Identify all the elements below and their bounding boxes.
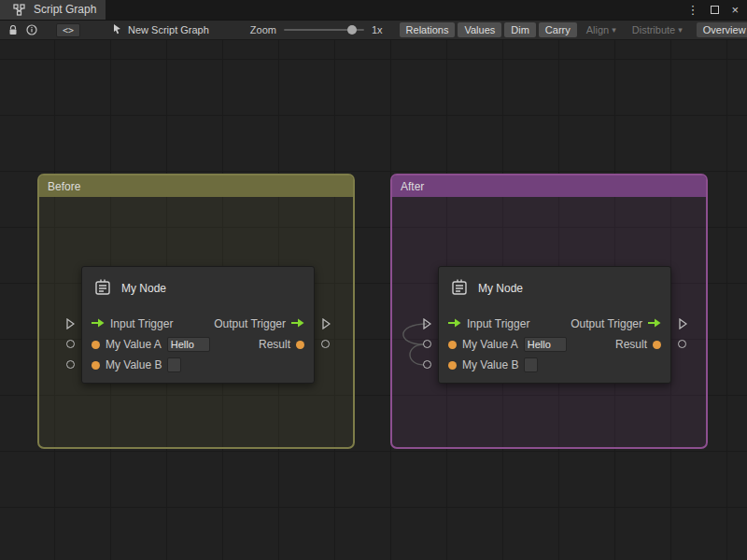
values-button[interactable]: Values xyxy=(458,22,501,37)
row-value-a: My Value A Result xyxy=(439,334,670,355)
window-controls: ⋮ × xyxy=(678,0,747,20)
value-b-port-icon[interactable] xyxy=(448,361,457,370)
group-after-title: After xyxy=(401,180,424,193)
external-value-port-icon[interactable] xyxy=(66,360,75,369)
value-a-port-icon[interactable] xyxy=(92,341,100,349)
node-ports: Input Trigger Output Trigger My Value A … xyxy=(82,310,314,383)
value-b-input[interactable] xyxy=(167,357,181,372)
output-trigger-label: Output Trigger xyxy=(214,317,286,330)
output-trigger-label: Output Trigger xyxy=(571,317,642,330)
value-b-input[interactable] xyxy=(524,357,538,372)
overview-button[interactable]: Overview xyxy=(697,22,747,37)
output-trigger-port-icon[interactable] xyxy=(648,317,661,330)
row-trigger: Input Trigger Output Trigger xyxy=(439,314,670,334)
close-icon[interactable]: × xyxy=(731,4,739,16)
result-label: Result xyxy=(259,338,290,351)
script-graph-icon xyxy=(9,0,28,19)
node-my-node-after[interactable]: My Node Input Trigger Output Trigger My … xyxy=(438,266,671,384)
group-before[interactable]: Before My Node Input Trigger Output Trig… xyxy=(37,174,355,449)
external-value-port-icon[interactable] xyxy=(423,340,431,348)
node-title: My Node xyxy=(478,282,523,295)
value-b-label: My Value B xyxy=(106,358,162,371)
result-port-icon[interactable] xyxy=(653,341,661,349)
group-before-title: Before xyxy=(48,180,80,193)
chevron-down-icon: ▾ xyxy=(678,25,683,35)
code-panel-button[interactable]: <> xyxy=(56,23,80,37)
lock-icon[interactable] xyxy=(4,21,22,39)
node-ports: Input Trigger Output Trigger My Value A … xyxy=(439,310,670,383)
result-label: Result xyxy=(615,338,647,351)
external-value-port-icon[interactable] xyxy=(321,340,330,348)
node-header[interactable]: My Node xyxy=(82,267,314,310)
external-value-port-icon[interactable] xyxy=(423,360,431,369)
result-port-icon[interactable] xyxy=(296,341,304,349)
external-control-port-icon[interactable] xyxy=(321,318,331,332)
info-icon[interactable] xyxy=(22,21,41,39)
external-control-port-icon[interactable] xyxy=(422,318,431,332)
value-a-input[interactable] xyxy=(524,337,567,352)
row-value-b: My Value B xyxy=(439,355,670,375)
zoom-slider-handle[interactable] xyxy=(347,25,357,35)
external-value-port-icon[interactable] xyxy=(678,340,686,348)
graph-canvas[interactable]: Before My Node Input Trigger Output Trig… xyxy=(0,40,747,560)
relations-button[interactable]: Relations xyxy=(400,22,456,37)
value-a-input[interactable] xyxy=(167,337,210,352)
graph-name-label: New Script Graph xyxy=(128,24,209,35)
group-after-header[interactable]: After xyxy=(392,175,706,197)
value-a-label: My Value A xyxy=(462,338,518,351)
script-graph-window: Script Graph ⋮ × <> New Script Graph Zoo… xyxy=(0,0,747,560)
window-tab-bar: Script Graph ⋮ × xyxy=(0,0,747,21)
group-after[interactable]: After My Node Input Trigger xyxy=(390,174,708,449)
output-trigger-port-icon[interactable] xyxy=(291,317,304,330)
external-control-port-icon[interactable] xyxy=(65,318,75,332)
connection-edges xyxy=(390,314,439,371)
tab-script-graph[interactable]: Script Graph xyxy=(0,0,106,20)
node-icon xyxy=(449,277,470,301)
row-value-a: My Value A Result xyxy=(82,334,314,355)
group-before-header[interactable]: Before xyxy=(39,175,353,197)
input-trigger-label: Input Trigger xyxy=(467,317,529,330)
zoom-label: Zoom xyxy=(250,24,276,35)
zoom-slider[interactable] xyxy=(284,24,364,35)
value-a-port-icon[interactable] xyxy=(448,341,457,349)
dim-button[interactable]: Dim xyxy=(504,22,536,37)
row-trigger: Input Trigger Output Trigger xyxy=(82,314,314,334)
node-my-node-before[interactable]: My Node Input Trigger Output Trigger My … xyxy=(81,266,315,384)
input-trigger-port-icon[interactable] xyxy=(92,317,105,330)
external-value-port-icon[interactable] xyxy=(66,340,75,348)
value-b-label: My Value B xyxy=(462,358,518,371)
graph-name[interactable]: New Script Graph xyxy=(112,23,209,36)
value-a-label: My Value A xyxy=(106,338,162,351)
zoom-value: 1x xyxy=(372,24,383,35)
maximize-icon[interactable] xyxy=(711,4,719,16)
value-b-port-icon[interactable] xyxy=(92,361,100,370)
kebab-menu-icon[interactable]: ⋮ xyxy=(686,4,698,16)
pointer-icon xyxy=(112,23,122,36)
align-dropdown[interactable]: Align▾ xyxy=(580,22,623,37)
input-trigger-port-icon[interactable] xyxy=(448,317,461,330)
carry-button[interactable]: Carry xyxy=(539,22,577,37)
input-trigger-label: Input Trigger xyxy=(110,317,173,330)
graph-toolbar: <> New Script Graph Zoom 1x Relations Va… xyxy=(0,21,747,40)
zoom-control: Zoom 1x xyxy=(250,24,383,35)
chevron-down-icon: ▾ xyxy=(612,25,616,35)
tab-title: Script Graph xyxy=(34,3,96,16)
node-icon xyxy=(92,277,113,301)
distribute-dropdown[interactable]: Distribute▾ xyxy=(626,22,689,37)
node-title: My Node xyxy=(121,282,166,295)
node-header[interactable]: My Node xyxy=(439,267,670,310)
row-value-b: My Value B xyxy=(82,355,314,375)
external-control-port-icon[interactable] xyxy=(678,318,687,332)
